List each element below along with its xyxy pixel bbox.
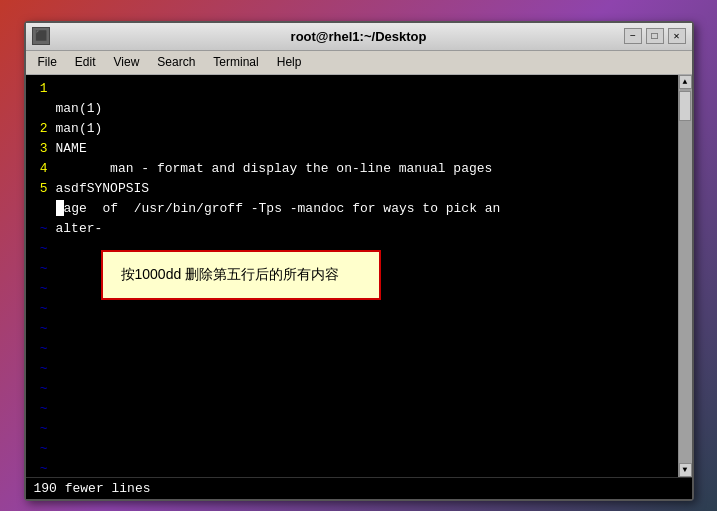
menu-search[interactable]: Search	[149, 53, 203, 71]
scrollbar-thumb[interactable]	[679, 91, 691, 121]
scrollbar[interactable]: ▲ ▼	[678, 75, 692, 477]
menu-help[interactable]: Help	[269, 53, 310, 71]
maximize-button[interactable]: □	[646, 28, 664, 44]
scroll-down-button[interactable]: ▼	[679, 463, 692, 477]
line-1b: man(1)	[56, 121, 103, 136]
menu-edit[interactable]: Edit	[67, 53, 104, 71]
status-text: 190 fewer lines	[34, 481, 151, 496]
menu-view[interactable]: View	[106, 53, 148, 71]
minimize-button[interactable]: −	[624, 28, 642, 44]
line-4: asdfSYNOPSIS	[56, 181, 150, 196]
line-5b: alter-	[56, 221, 103, 236]
tooltip: 按1000dd 删除第五行后的所有内容	[101, 250, 381, 300]
window-icon: ⬛	[32, 27, 50, 45]
text-cursor	[56, 200, 64, 216]
scroll-up-button[interactable]: ▲	[679, 75, 692, 89]
line-5: age of /usr/bin/groff -Tps -mandoc for w…	[56, 201, 501, 216]
titlebar: ⬛ root@rhel1:~/Desktop − □ ✕	[26, 23, 692, 51]
terminal-window: ⬛ root@rhel1:~/Desktop − □ ✕ File Edit V…	[24, 21, 694, 501]
line-1: man(1)	[56, 101, 103, 116]
statusbar: 190 fewer lines	[26, 477, 692, 499]
close-button[interactable]: ✕	[668, 28, 686, 44]
terminal-body[interactable]: 1 2 3 4 5 ~ ~ ~ ~ ~ ~ ~ ~ ~ ~ ~ ~ ~ ~ ~ …	[26, 75, 692, 477]
menu-terminal[interactable]: Terminal	[205, 53, 266, 71]
menu-file[interactable]: File	[30, 53, 65, 71]
titlebar-controls: − □ ✕	[624, 28, 686, 44]
scrollbar-track[interactable]	[679, 89, 692, 463]
menubar: File Edit View Search Terminal Help	[26, 51, 692, 75]
line-numbers: 1 2 3 4 5 ~ ~ ~ ~ ~ ~ ~ ~ ~ ~ ~ ~ ~ ~ ~	[26, 75, 54, 477]
tooltip-text: 按1000dd 删除第五行后的所有内容	[121, 266, 340, 282]
line-2: NAME	[56, 141, 87, 156]
line-3: man - format and display the on-line man…	[56, 161, 493, 176]
window-title: root@rhel1:~/Desktop	[291, 29, 427, 44]
